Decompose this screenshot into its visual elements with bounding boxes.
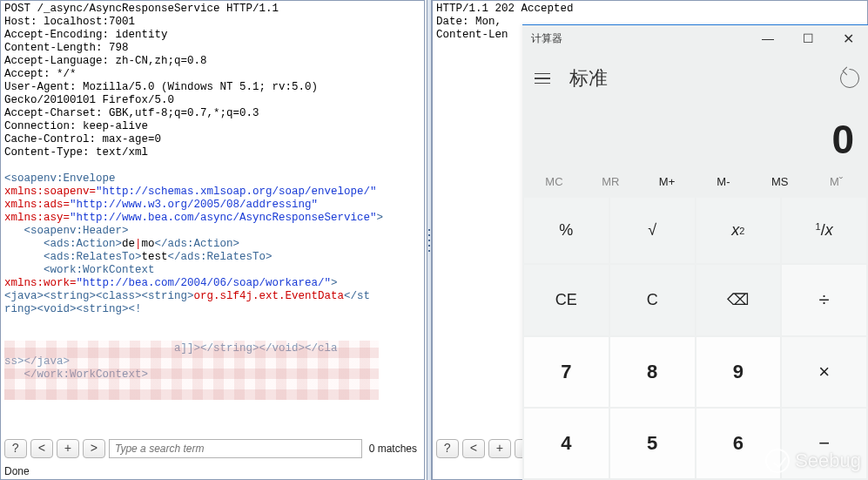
close-button[interactable]: ✕ [828, 25, 868, 51]
maximize-button[interactable]: ☐ [788, 25, 828, 51]
calc-display: 0 [522, 100, 868, 170]
key-√[interactable]: √ [610, 198, 695, 263]
key-−[interactable]: − [782, 409, 866, 478]
menu-icon[interactable] [535, 68, 555, 89]
key-¹/ₓ[interactable]: 1/x [782, 198, 866, 263]
redacted-block [4, 341, 379, 400]
minimize-button[interactable]: — [748, 25, 788, 51]
key-C[interactable]: C [610, 265, 695, 335]
memory-ms[interactable]: MS [751, 170, 808, 193]
key-6[interactable]: 6 [696, 409, 781, 478]
key-x²[interactable]: x2 [696, 198, 781, 263]
history-icon[interactable] [840, 69, 859, 88]
key-CE[interactable]: CE [524, 265, 609, 335]
search-input[interactable] [109, 439, 362, 458]
keypad: %√x21/xCEC⌫÷789×456− [522, 196, 868, 480]
prev-match-button[interactable]: < [462, 439, 485, 458]
memory-mˇ: Mˇ [808, 170, 865, 193]
help-button[interactable]: ? [4, 439, 27, 458]
key-%[interactable]: % [524, 198, 609, 263]
memory-row: MCMRM+M-MSMˇ [522, 170, 868, 196]
calculator-window[interactable]: 计算器 — ☐ ✕ 标准 0 MCMRM+M-MSMˇ %√x21/xCEC⌫÷… [522, 24, 868, 480]
status-text: Done [4, 465, 30, 477]
key-8[interactable]: 8 [610, 337, 695, 407]
add-button[interactable]: + [57, 439, 79, 458]
request-panel: POST /_async/AsyncResponseService HTTP/1… [0, 0, 425, 480]
search-bar-left: ? < + > 0 matches [4, 439, 421, 458]
add-button[interactable]: + [488, 439, 511, 458]
key-×[interactable]: × [782, 337, 866, 407]
key-4[interactable]: 4 [524, 409, 609, 478]
memory-mr: MR [582, 170, 639, 193]
key-7[interactable]: 7 [524, 337, 609, 407]
mode-label: 标准 [569, 65, 608, 91]
memory-mc: MC [526, 170, 582, 193]
key-9[interactable]: 9 [696, 337, 781, 407]
help-button[interactable]: ? [436, 439, 459, 458]
key-5[interactable]: 5 [610, 409, 695, 478]
window-title: 计算器 [531, 31, 562, 46]
prev-match-button[interactable]: < [30, 439, 53, 458]
memory-m-[interactable]: M- [695, 170, 751, 193]
memory-m+[interactable]: M+ [639, 170, 696, 193]
next-match-button[interactable]: > [83, 439, 105, 458]
match-count: 0 matches [366, 443, 421, 455]
key-⌫[interactable]: ⌫ [696, 265, 781, 335]
key-÷[interactable]: ÷ [782, 265, 866, 335]
request-code[interactable]: POST /_async/AsyncResponseService HTTP/1… [1, 1, 424, 383]
titlebar[interactable]: 计算器 — ☐ ✕ [522, 25, 868, 51]
